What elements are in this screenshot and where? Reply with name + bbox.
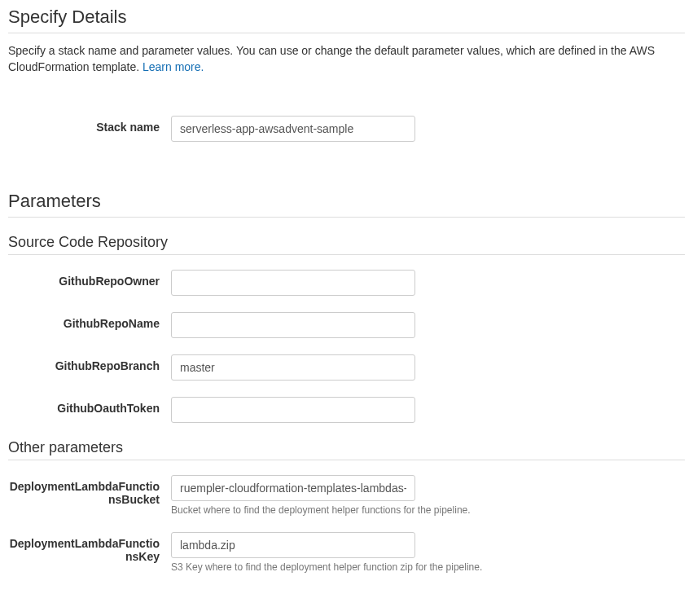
learn-more-link[interactable]: Learn more.	[143, 60, 204, 73]
github-oauth-token-row: GithubOauthToken	[8, 397, 685, 423]
page-description: Specify a stack name and parameter value…	[8, 43, 685, 75]
github-repo-owner-input[interactable]	[171, 270, 415, 296]
stack-name-label: Stack name	[8, 116, 171, 134]
lambda-bucket-help: Bucket where to find the deployment help…	[171, 504, 471, 516]
github-repo-owner-row: GithubRepoOwner	[8, 270, 685, 296]
lambda-bucket-row: DeploymentLambdaFunctionsBucket Bucket w…	[8, 475, 685, 516]
github-repo-branch-label: GithubRepoBranch	[8, 354, 171, 372]
github-repo-name-input[interactable]	[171, 312, 415, 338]
source-repo-title: Source Code Repository	[8, 234, 685, 255]
lambda-key-help: S3 Key where to find the deployment help…	[171, 561, 482, 573]
lambda-key-label: DeploymentLambdaFunctionsKey	[8, 532, 171, 563]
github-oauth-token-label: GithubOauthToken	[8, 397, 171, 415]
lambda-bucket-label: DeploymentLambdaFunctionsBucket	[8, 475, 171, 506]
stack-name-row: Stack name	[8, 116, 685, 142]
page-title: Specify Details	[8, 7, 685, 33]
lambda-key-input[interactable]	[171, 532, 415, 558]
github-repo-owner-label: GithubRepoOwner	[8, 270, 171, 288]
github-repo-branch-input[interactable]	[171, 354, 415, 381]
stack-name-input[interactable]	[171, 116, 415, 142]
lambda-bucket-input[interactable]	[171, 475, 415, 501]
github-repo-branch-row: GithubRepoBranch	[8, 354, 685, 381]
parameters-title: Parameters	[8, 191, 685, 218]
other-params-title: Other parameters	[8, 439, 685, 460]
lambda-key-row: DeploymentLambdaFunctionsKey S3 Key wher…	[8, 532, 685, 573]
github-repo-name-row: GithubRepoName	[8, 312, 685, 338]
description-text: Specify a stack name and parameter value…	[8, 44, 655, 73]
github-oauth-token-input[interactable]	[171, 397, 415, 423]
github-repo-name-label: GithubRepoName	[8, 312, 171, 330]
